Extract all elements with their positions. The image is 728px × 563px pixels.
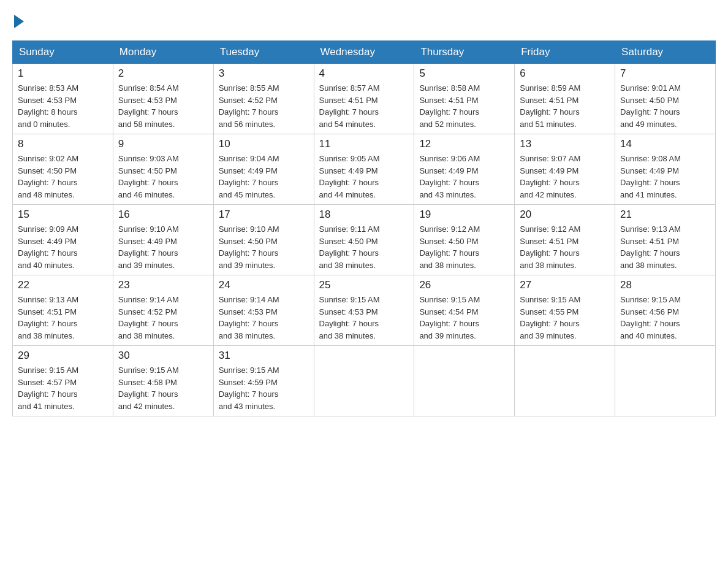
day-info: Sunrise: 8:55 AMSunset: 4:52 PMDaylight:… xyxy=(219,83,279,129)
day-info: Sunrise: 9:03 AMSunset: 4:50 PMDaylight:… xyxy=(118,154,179,199)
calendar-table: SundayMondayTuesdayWednesdayThursdayFrid… xyxy=(12,40,716,416)
day-number: 30 xyxy=(118,350,208,362)
weekday-header-monday: Monday xyxy=(113,41,213,64)
day-info: Sunrise: 9:07 AMSunset: 4:49 PMDaylight:… xyxy=(520,154,580,199)
calendar-cell: 11 Sunrise: 9:05 AMSunset: 4:49 PMDaylig… xyxy=(314,134,414,205)
calendar-cell: 26 Sunrise: 9:15 AMSunset: 4:54 PMDaylig… xyxy=(414,275,515,346)
weekday-header-saturday: Saturday xyxy=(615,41,716,64)
calendar-cell: 31 Sunrise: 9:15 AMSunset: 4:59 PMDaylig… xyxy=(213,346,314,416)
day-number: 8 xyxy=(18,138,108,150)
calendar-cell: 25 Sunrise: 9:15 AMSunset: 4:53 PMDaylig… xyxy=(314,275,414,346)
day-number: 29 xyxy=(18,350,108,362)
calendar-cell xyxy=(515,346,615,416)
calendar-cell: 24 Sunrise: 9:14 AMSunset: 4:53 PMDaylig… xyxy=(213,275,314,346)
calendar-cell: 2 Sunrise: 8:54 AMSunset: 4:53 PMDayligh… xyxy=(113,64,213,134)
day-number: 23 xyxy=(118,279,208,291)
calendar-cell: 29 Sunrise: 9:15 AMSunset: 4:57 PMDaylig… xyxy=(13,346,113,416)
page-header xyxy=(12,12,716,28)
day-info: Sunrise: 9:15 AMSunset: 4:59 PMDaylight:… xyxy=(219,366,279,411)
day-info: Sunrise: 9:15 AMSunset: 4:55 PMDaylight:… xyxy=(520,295,580,340)
calendar-cell: 30 Sunrise: 9:15 AMSunset: 4:58 PMDaylig… xyxy=(113,346,213,416)
calendar-cell: 8 Sunrise: 9:02 AMSunset: 4:50 PMDayligh… xyxy=(13,134,113,205)
day-info: Sunrise: 9:10 AMSunset: 4:49 PMDaylight:… xyxy=(118,224,179,270)
calendar-cell: 16 Sunrise: 9:10 AMSunset: 4:49 PMDaylig… xyxy=(113,205,213,275)
day-number: 18 xyxy=(319,209,409,221)
day-info: Sunrise: 9:01 AMSunset: 4:50 PMDaylight:… xyxy=(620,83,681,129)
day-number: 21 xyxy=(620,209,710,221)
day-info: Sunrise: 8:53 AMSunset: 4:53 PMDaylight:… xyxy=(18,83,78,129)
day-number: 11 xyxy=(319,138,409,150)
day-info: Sunrise: 9:13 AMSunset: 4:51 PMDaylight:… xyxy=(18,295,78,340)
weekday-header-tuesday: Tuesday xyxy=(213,41,314,64)
day-info: Sunrise: 8:59 AMSunset: 4:51 PMDaylight:… xyxy=(520,83,580,129)
day-info: Sunrise: 9:05 AMSunset: 4:49 PMDaylight:… xyxy=(319,154,380,199)
day-number: 14 xyxy=(620,138,710,150)
calendar-cell: 1 Sunrise: 8:53 AMSunset: 4:53 PMDayligh… xyxy=(13,64,113,134)
day-number: 5 xyxy=(419,67,509,80)
day-info: Sunrise: 9:15 AMSunset: 4:53 PMDaylight:… xyxy=(319,295,380,340)
calendar-cell: 17 Sunrise: 9:10 AMSunset: 4:50 PMDaylig… xyxy=(213,205,314,275)
calendar-cell: 3 Sunrise: 8:55 AMSunset: 4:52 PMDayligh… xyxy=(213,64,314,134)
weekday-header-row: SundayMondayTuesdayWednesdayThursdayFrid… xyxy=(13,41,716,64)
calendar-cell: 13 Sunrise: 9:07 AMSunset: 4:49 PMDaylig… xyxy=(515,134,615,205)
calendar-cell: 18 Sunrise: 9:11 AMSunset: 4:50 PMDaylig… xyxy=(314,205,414,275)
day-number: 31 xyxy=(219,350,309,362)
day-info: Sunrise: 8:54 AMSunset: 4:53 PMDaylight:… xyxy=(118,83,179,129)
day-number: 22 xyxy=(18,279,108,291)
day-info: Sunrise: 9:15 AMSunset: 4:57 PMDaylight:… xyxy=(18,366,78,411)
day-number: 7 xyxy=(620,67,710,80)
day-number: 26 xyxy=(419,279,509,291)
day-info: Sunrise: 9:12 AMSunset: 4:51 PMDaylight:… xyxy=(520,224,580,270)
day-number: 3 xyxy=(219,67,309,80)
calendar-cell: 27 Sunrise: 9:15 AMSunset: 4:55 PMDaylig… xyxy=(515,275,615,346)
day-info: Sunrise: 9:12 AMSunset: 4:50 PMDaylight:… xyxy=(419,224,480,270)
calendar-cell: 19 Sunrise: 9:12 AMSunset: 4:50 PMDaylig… xyxy=(414,205,515,275)
calendar-week-row: 8 Sunrise: 9:02 AMSunset: 4:50 PMDayligh… xyxy=(13,134,716,205)
day-number: 17 xyxy=(219,209,309,221)
day-number: 25 xyxy=(319,279,409,291)
day-info: Sunrise: 9:14 AMSunset: 4:52 PMDaylight:… xyxy=(118,295,179,340)
day-info: Sunrise: 8:58 AMSunset: 4:51 PMDaylight:… xyxy=(419,83,480,129)
day-info: Sunrise: 8:57 AMSunset: 4:51 PMDaylight:… xyxy=(319,83,380,129)
calendar-week-row: 29 Sunrise: 9:15 AMSunset: 4:57 PMDaylig… xyxy=(13,346,716,416)
day-info: Sunrise: 9:15 AMSunset: 4:56 PMDaylight:… xyxy=(620,295,681,340)
calendar-cell: 9 Sunrise: 9:03 AMSunset: 4:50 PMDayligh… xyxy=(113,134,213,205)
weekday-header-thursday: Thursday xyxy=(414,41,515,64)
day-info: Sunrise: 9:08 AMSunset: 4:49 PMDaylight:… xyxy=(620,154,681,199)
day-number: 4 xyxy=(319,67,409,80)
day-info: Sunrise: 9:02 AMSunset: 4:50 PMDaylight:… xyxy=(18,154,78,199)
calendar-cell: 15 Sunrise: 9:09 AMSunset: 4:49 PMDaylig… xyxy=(13,205,113,275)
logo-arrow-icon xyxy=(14,15,24,28)
day-number: 24 xyxy=(219,279,309,291)
calendar-week-row: 15 Sunrise: 9:09 AMSunset: 4:49 PMDaylig… xyxy=(13,205,716,275)
day-info: Sunrise: 9:09 AMSunset: 4:49 PMDaylight:… xyxy=(18,224,78,270)
calendar-cell: 28 Sunrise: 9:15 AMSunset: 4:56 PMDaylig… xyxy=(615,275,716,346)
calendar-cell: 12 Sunrise: 9:06 AMSunset: 4:49 PMDaylig… xyxy=(414,134,515,205)
day-number: 9 xyxy=(118,138,208,150)
day-info: Sunrise: 9:06 AMSunset: 4:49 PMDaylight:… xyxy=(419,154,480,199)
day-number: 27 xyxy=(520,279,610,291)
calendar-cell xyxy=(615,346,716,416)
day-info: Sunrise: 9:04 AMSunset: 4:49 PMDaylight:… xyxy=(219,154,279,199)
day-number: 2 xyxy=(118,67,208,80)
day-number: 15 xyxy=(18,209,108,221)
logo xyxy=(12,12,24,28)
calendar-cell: 22 Sunrise: 9:13 AMSunset: 4:51 PMDaylig… xyxy=(13,275,113,346)
day-info: Sunrise: 9:15 AMSunset: 4:58 PMDaylight:… xyxy=(118,366,179,411)
calendar-cell xyxy=(414,346,515,416)
day-number: 19 xyxy=(419,209,509,221)
weekday-header-friday: Friday xyxy=(515,41,615,64)
day-info: Sunrise: 9:14 AMSunset: 4:53 PMDaylight:… xyxy=(219,295,279,340)
calendar-week-row: 22 Sunrise: 9:13 AMSunset: 4:51 PMDaylig… xyxy=(13,275,716,346)
day-number: 10 xyxy=(219,138,309,150)
day-number: 28 xyxy=(620,279,710,291)
calendar-cell: 10 Sunrise: 9:04 AMSunset: 4:49 PMDaylig… xyxy=(213,134,314,205)
day-info: Sunrise: 9:13 AMSunset: 4:51 PMDaylight:… xyxy=(620,224,681,270)
calendar-cell: 21 Sunrise: 9:13 AMSunset: 4:51 PMDaylig… xyxy=(615,205,716,275)
day-number: 1 xyxy=(18,67,108,80)
calendar-cell: 7 Sunrise: 9:01 AMSunset: 4:50 PMDayligh… xyxy=(615,64,716,134)
day-number: 20 xyxy=(520,209,610,221)
day-info: Sunrise: 9:10 AMSunset: 4:50 PMDaylight:… xyxy=(219,224,279,270)
day-number: 13 xyxy=(520,138,610,150)
day-number: 12 xyxy=(419,138,509,150)
